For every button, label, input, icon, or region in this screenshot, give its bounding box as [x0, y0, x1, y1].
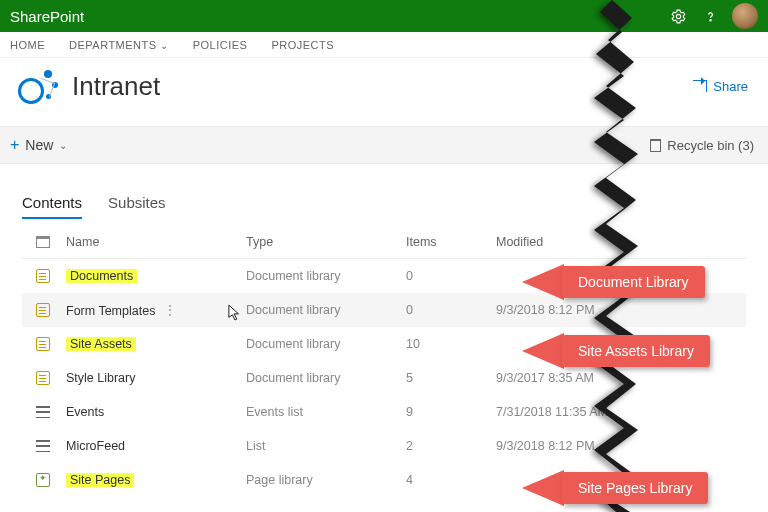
tab-contents[interactable]: Contents [22, 194, 82, 219]
settings-gear-icon[interactable] [662, 0, 694, 32]
row-modified: 9/3/2017 8:35 AM [496, 371, 696, 385]
grid-header: Name Type Items Modified [22, 225, 746, 259]
row-type: List [246, 439, 406, 453]
col-items[interactable]: Items [406, 235, 496, 249]
svg-point-0 [676, 14, 680, 18]
row-name[interactable]: Documents [66, 269, 246, 283]
help-icon[interactable] [694, 0, 726, 32]
site-header: Intranet Share [0, 58, 768, 126]
library-icon [36, 303, 50, 317]
user-avatar[interactable] [732, 3, 758, 29]
nav-departments[interactable]: DEPARTMENTS ⌄ [69, 39, 169, 51]
row-type: Document library [246, 303, 406, 317]
page-icon [36, 473, 50, 487]
file-type-icon [36, 236, 50, 248]
row-type: Document library [246, 269, 406, 283]
library-icon [36, 371, 50, 385]
local-nav: HOME DEPARTMENTS ⌄ POLICIES PROJECTS [0, 32, 768, 58]
suite-bar: SharePoint [0, 0, 768, 32]
row-name[interactable]: Site Assets [66, 337, 246, 351]
table-row[interactable]: MicroFeedList29/3/2018 8:12 PM [22, 429, 746, 463]
row-name[interactable]: MicroFeed [66, 439, 246, 453]
new-button[interactable]: + New ⌄ [10, 136, 67, 154]
nav-policies[interactable]: POLICIES [193, 39, 248, 51]
content-grid: Name Type Items Modified DocumentsDocume… [0, 225, 768, 497]
plus-icon: + [10, 136, 19, 154]
row-modified: 7/31/2018 11:35 AM [496, 405, 696, 419]
app-brand: SharePoint [10, 8, 84, 25]
site-logo-icon [14, 64, 58, 108]
row-items: 5 [406, 371, 496, 385]
row-modified: 9/3/2018 8:12 PM [496, 303, 696, 317]
row-items: 0 [406, 269, 496, 283]
table-row[interactable]: Style LibraryDocument library59/3/2017 8… [22, 361, 746, 395]
table-row[interactable]: Form Templates ⋮Document library09/3/201… [22, 293, 746, 327]
library-icon [36, 337, 50, 351]
site-title: Intranet [72, 71, 160, 102]
row-items: 2 [406, 439, 496, 453]
row-type: Events list [246, 405, 406, 419]
row-type: Page library [246, 473, 406, 487]
chevron-down-icon: ⌄ [59, 140, 67, 151]
share-button[interactable]: Share [693, 79, 748, 94]
row-modified: 9/3/2018 8:12 PM [496, 439, 696, 453]
row-items: 0 [406, 303, 496, 317]
row-items: 9 [406, 405, 496, 419]
row-more-icon[interactable]: ⋮ [159, 302, 181, 318]
table-row[interactable]: DocumentsDocument library0 [22, 259, 746, 293]
col-type[interactable]: Type [246, 235, 406, 249]
nav-projects[interactable]: PROJECTS [271, 39, 334, 51]
tab-subsites[interactable]: Subsites [108, 194, 166, 219]
table-row[interactable]: EventsEvents list97/31/2018 11:35 AM [22, 395, 746, 429]
col-modified[interactable]: Modified [496, 235, 696, 249]
row-type: Document library [246, 371, 406, 385]
row-type: Document library [246, 337, 406, 351]
row-items: 4 [406, 473, 496, 487]
row-name[interactable]: Site Pages [66, 473, 246, 487]
nav-home[interactable]: HOME [10, 39, 45, 51]
table-row[interactable]: Site AssetsDocument library10 [22, 327, 746, 361]
row-items: 10 [406, 337, 496, 351]
row-name[interactable]: Events [66, 405, 246, 419]
table-row[interactable]: Site PagesPage library4 [22, 463, 746, 497]
chevron-down-icon: ⌄ [160, 40, 169, 51]
col-name[interactable]: Name [66, 235, 246, 249]
list-icon [36, 440, 50, 452]
share-icon [693, 80, 707, 92]
recycle-bin-button[interactable]: Recycle bin (3) [650, 138, 754, 153]
library-icon [36, 269, 50, 283]
content-tabs: Contents Subsites [0, 164, 768, 219]
row-name[interactable]: Form Templates ⋮ [66, 302, 246, 318]
command-bar: + New ⌄ Recycle bin (3) [0, 126, 768, 164]
trash-icon [650, 139, 661, 152]
svg-point-1 [709, 19, 710, 20]
list-icon [36, 406, 50, 418]
row-name[interactable]: Style Library [66, 371, 246, 385]
